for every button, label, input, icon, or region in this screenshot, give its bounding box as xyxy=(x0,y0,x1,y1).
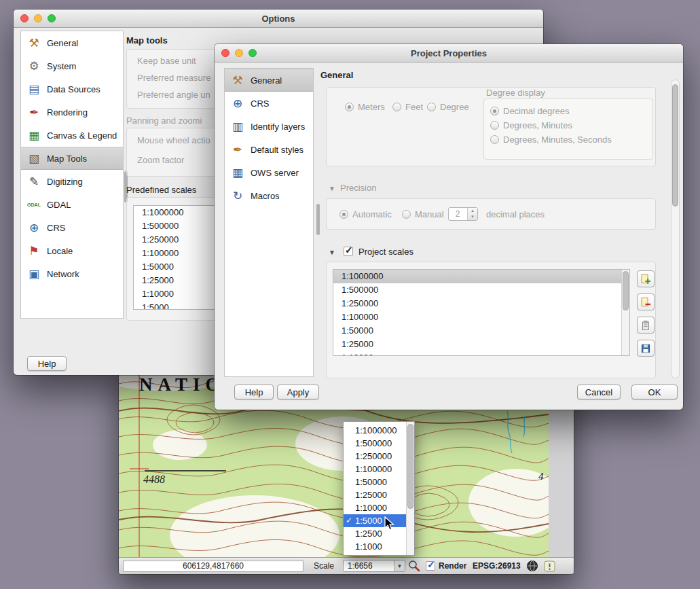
dropdown-item[interactable]: 1:25000 xyxy=(344,488,406,501)
pp-scrollbar-thumb[interactable] xyxy=(672,84,678,207)
minimize-button[interactable] xyxy=(34,14,42,22)
sidebar-item-identify-layers[interactable]: ▥ Identify layers xyxy=(225,115,313,138)
automatic-radio[interactable] xyxy=(339,210,348,219)
scale-list-item[interactable]: 1:10000 xyxy=(333,351,621,356)
mouse-wheel-label: Mouse wheel actio xyxy=(137,135,210,145)
sidebar-item-rendering[interactable]: ✒ Rendering xyxy=(21,101,123,124)
scale-list-item[interactable]: 1:25000 xyxy=(333,338,621,351)
sidebar-item-label: Data Sources xyxy=(47,84,100,94)
remove-scale-button[interactable] xyxy=(637,293,655,310)
decimal-degrees-radio[interactable] xyxy=(490,107,499,115)
manual-radio[interactable] xyxy=(402,210,411,219)
pp-scrollbar[interactable] xyxy=(671,79,680,378)
decimal-places-stepper[interactable]: 2 ▲▼ xyxy=(448,207,478,221)
sidebar-item-locale[interactable]: ⚑ Locale xyxy=(21,239,123,262)
scale-combo[interactable]: 1:6656 ▾ xyxy=(343,560,405,572)
sidebar-item-network[interactable]: ▣ Network xyxy=(21,262,123,285)
scale-list-item-selected[interactable]: 1:1000000 xyxy=(333,270,621,283)
sidebar-item-gdal[interactable]: GDAL GDAL xyxy=(21,193,123,216)
scale-list-item[interactable]: 1:500000 xyxy=(333,283,621,297)
dropdown-item-selected[interactable]: ✓ 1:5000 xyxy=(344,514,406,527)
project-scales-checkbox[interactable]: ✓ xyxy=(344,247,353,256)
dropdown-item[interactable]: 1:500000 xyxy=(344,437,406,450)
sidebar-item-general[interactable]: ⚒ General xyxy=(21,31,123,54)
pp-titlebar[interactable]: Project Properties xyxy=(215,44,683,63)
minimize-button[interactable] xyxy=(235,49,243,57)
zoom-button[interactable] xyxy=(48,14,56,22)
sidebar-item-canvas-legend[interactable]: ▦ Canvas & Legend xyxy=(21,124,123,147)
scale-label: Scale xyxy=(314,561,334,571)
dropdown-item[interactable]: 1:250000 xyxy=(344,450,406,463)
load-scales-button[interactable] xyxy=(637,317,655,334)
check-icon: ✓ xyxy=(427,559,435,570)
crs-status-icon[interactable] xyxy=(526,560,538,574)
epsg-label: EPSG:26913 xyxy=(473,561,521,571)
sidebar-item-label: OWS server xyxy=(251,168,299,178)
zoom-button[interactable] xyxy=(248,49,257,57)
list-scrollbar[interactable] xyxy=(621,270,629,355)
project-scales-list[interactable]: 1:1000000 1:500000 1:250000 1:100000 1:5… xyxy=(333,269,630,356)
cancel-button[interactable]: Cancel xyxy=(577,385,621,399)
dropdown-item[interactable]: 1:100000 xyxy=(344,463,406,476)
help-button[interactable]: Help xyxy=(234,385,274,399)
close-button[interactable] xyxy=(20,14,29,22)
precision-expand-icon[interactable]: ▼ xyxy=(329,185,335,192)
general-heading: General xyxy=(320,70,353,80)
dropdown-item[interactable]: 1:1000000 xyxy=(344,424,406,437)
sidebar-item-system[interactable]: ⚙ System xyxy=(21,54,123,77)
sidebar-item-label: CRS xyxy=(47,223,65,233)
dropdown-scrollbar-thumb[interactable] xyxy=(407,424,413,509)
help-button[interactable]: Help xyxy=(27,356,67,371)
sidebar-item-default-styles[interactable]: ✒ Default styles xyxy=(225,138,313,161)
dropdown-scrollbar[interactable] xyxy=(406,422,414,555)
gdal-icon: GDAL xyxy=(26,202,42,207)
magnifier-icon[interactable] xyxy=(408,560,420,574)
degree-label: Degree xyxy=(440,102,469,112)
coordinate-display[interactable]: 606129,4817660 xyxy=(123,560,303,572)
sidebar-item-label: Rendering xyxy=(47,107,88,118)
sidebar-item-map-tools[interactable]: ▧ Map Tools xyxy=(21,147,123,170)
sidebar-item-general[interactable]: ⚒ General xyxy=(225,69,313,92)
scale-list-item[interactable]: 1:50000 xyxy=(333,324,621,338)
sidebar-item-crs[interactable]: ⊕ CRS xyxy=(225,92,313,115)
sidebar-item-ows-server[interactable]: ▦ OWS server xyxy=(225,161,313,184)
meters-radio[interactable] xyxy=(345,103,354,111)
stepper-value: 2 xyxy=(449,208,466,220)
feet-label: Feet xyxy=(405,102,423,112)
globe-icon: ⊕ xyxy=(229,98,246,109)
save-scales-button[interactable] xyxy=(637,340,655,357)
render-checkbox[interactable]: ✓ xyxy=(426,561,435,571)
degree-radio[interactable] xyxy=(427,103,436,111)
dropdown-item[interactable]: 1:10000 xyxy=(344,501,406,514)
ok-button[interactable]: OK xyxy=(631,385,678,399)
dropdown-item[interactable]: 1:1000 xyxy=(344,540,406,553)
messages-warning-icon[interactable] xyxy=(544,560,555,574)
sidebar-item-macros[interactable]: ↻ Macros xyxy=(225,184,313,207)
dropdown-item[interactable]: 1:2500 xyxy=(344,527,406,540)
apply-button[interactable]: Apply xyxy=(277,385,319,399)
hammer-wrench-icon: ⚒ xyxy=(229,75,246,86)
sidebar-scrollbar-thumb[interactable] xyxy=(316,204,320,235)
degrees-minutes-radio[interactable] xyxy=(490,121,499,130)
sidebar-item-digitizing[interactable]: ✎ Digitizing xyxy=(21,170,123,193)
decimal-degrees-label: Decimal degrees xyxy=(503,106,570,116)
list-scrollbar-thumb[interactable] xyxy=(623,271,629,310)
options-titlebar[interactable]: Options xyxy=(14,10,543,28)
project-scales-expand-icon[interactable]: ▼ xyxy=(329,249,335,256)
add-scale-button[interactable] xyxy=(637,270,655,287)
stepper-arrows-icon[interactable]: ▲▼ xyxy=(467,208,477,220)
dropdown-item[interactable]: 1:50000 xyxy=(344,476,406,488)
map-label-elevation: 4488 xyxy=(143,474,165,486)
sidebar-item-label: Map Tools xyxy=(47,154,87,164)
sidebar-item-data-sources[interactable]: ▤ Data Sources xyxy=(21,77,123,101)
close-button[interactable] xyxy=(221,49,229,57)
scale-list-item[interactable]: 1:250000 xyxy=(333,297,621,310)
feet-radio[interactable] xyxy=(392,103,401,111)
degrees-minutes-seconds-radio[interactable] xyxy=(490,135,499,144)
sidebar-item-crs[interactable]: ⊕ CRS xyxy=(21,216,123,239)
meters-label: Meters xyxy=(358,102,385,112)
preferred-angle-label: Preferred angle un xyxy=(137,90,210,100)
sidebar-item-label: Canvas & Legend xyxy=(47,130,117,141)
chevron-down-icon[interactable]: ▾ xyxy=(394,560,405,571)
scale-list-item[interactable]: 1:100000 xyxy=(333,310,621,324)
